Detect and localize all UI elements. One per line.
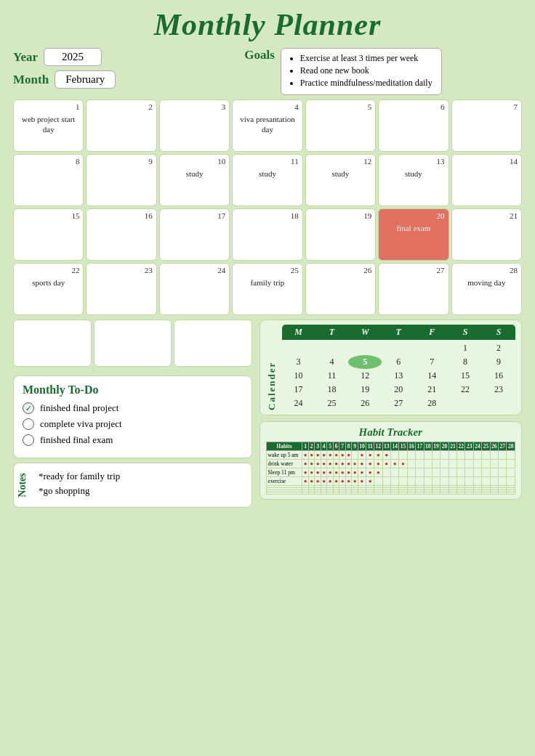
habit-day-cell: ● xyxy=(366,460,374,468)
small-cal-row: 17181920212223 xyxy=(282,383,515,397)
calendar-cell: 19 xyxy=(305,208,376,261)
habit-row: wake up 5 am●●●●●●●●●●●● xyxy=(266,451,515,460)
habit-day-cell: ● xyxy=(339,451,346,460)
note-item: *go shopping xyxy=(39,485,243,497)
day-number: 21 xyxy=(456,211,518,220)
habit-day-cell xyxy=(424,492,432,495)
habit-day-cell: ● xyxy=(302,477,309,486)
small-cal-day xyxy=(348,341,382,355)
habit-day-cell xyxy=(507,468,515,477)
habit-header-cell: 16 xyxy=(407,442,415,451)
small-cal-header-cell: F xyxy=(415,325,448,340)
habit-day-cell xyxy=(432,451,440,460)
habit-day-cell: ● xyxy=(366,451,374,460)
calendar-cell: 4viva presantation day xyxy=(232,99,302,152)
habit-day-cell: ● xyxy=(315,477,321,486)
habit-row: drink water●●●●●●●●●●●●●●● xyxy=(266,460,515,468)
habit-day-cell xyxy=(490,492,498,495)
habit-day-cell xyxy=(432,477,440,486)
calendar-cell: 10study xyxy=(159,154,230,206)
calendar-event: study xyxy=(164,168,225,179)
small-cal-day: 27 xyxy=(382,397,415,410)
todo-item: complete viva project xyxy=(23,418,243,430)
habit-day-cell xyxy=(441,492,448,495)
habit-header-cell: 20 xyxy=(441,442,448,451)
calendar-cell: 25family trip xyxy=(232,263,302,315)
small-cal-day xyxy=(282,341,315,355)
calendar-event: sports day xyxy=(17,277,79,288)
habit-day-cell xyxy=(399,492,407,495)
habit-row xyxy=(266,492,515,495)
habit-day-cell xyxy=(315,492,321,495)
habit-day-cell: ● xyxy=(333,468,339,477)
day-number: 23 xyxy=(90,266,152,275)
habit-day-cell: ● xyxy=(302,468,309,477)
small-cal-header-cell: M xyxy=(282,325,315,340)
goal-item: Practice mindfulness/meditation daily xyxy=(300,78,433,89)
habit-name-cell: exercise xyxy=(266,477,302,486)
habit-day-cell xyxy=(416,451,424,460)
left-bottom: Monthly To-Do ✓finished final projectcom… xyxy=(13,320,252,508)
bottom-section: Monthly To-Do ✓finished final projectcom… xyxy=(13,320,522,508)
habit-day-cell xyxy=(448,477,456,486)
day-number: 27 xyxy=(382,266,444,275)
habit-day-cell xyxy=(407,492,415,495)
habit-day-cell: ● xyxy=(352,477,358,486)
habit-row: Sleep 11 pm●●●●●●●●●●●● xyxy=(266,468,515,477)
calendar-cell: 7 xyxy=(451,99,522,152)
calendar-event: study xyxy=(310,168,371,179)
small-cal-day: 28 xyxy=(415,397,448,410)
habit-day-cell xyxy=(457,460,465,468)
habit-day-cell xyxy=(352,451,358,460)
habit-day-cell: ● xyxy=(327,468,334,477)
small-cal-day: 6 xyxy=(382,355,415,369)
habit-day-cell xyxy=(432,468,440,477)
notes-content: *ready for family trip*go shopping xyxy=(39,471,243,497)
habit-day-cell xyxy=(302,492,309,495)
calendar-cell: 3 xyxy=(159,99,230,152)
habit-day-cell xyxy=(390,451,398,460)
habit-day-cell: ● xyxy=(302,460,309,468)
day-number: 8 xyxy=(17,157,79,166)
notes-section: Notes *ready for family trip*go shopping xyxy=(13,463,252,508)
todo-checkbox[interactable] xyxy=(23,434,34,446)
habit-day-cell xyxy=(507,460,515,468)
habit-day-cell xyxy=(499,468,507,477)
todo-checkbox[interactable] xyxy=(23,418,34,430)
habit-day-cell: ● xyxy=(302,451,309,460)
habit-day-cell: ● xyxy=(321,468,327,477)
todo-checkbox[interactable]: ✓ xyxy=(23,402,34,414)
small-cal-day xyxy=(382,341,415,355)
calendar-cell: 20final exam xyxy=(378,208,448,261)
small-cal-day: 25 xyxy=(315,397,348,410)
calendar-cell: 18 xyxy=(232,208,302,261)
habit-day-cell: ● xyxy=(374,468,382,477)
small-cal-day: 18 xyxy=(315,383,348,397)
habit-day-cell xyxy=(448,460,456,468)
small-cal-row: 10111213141516 xyxy=(282,369,515,383)
small-cal-day: 11 xyxy=(315,369,348,383)
habit-day-cell xyxy=(457,492,465,495)
habit-day-cell xyxy=(308,492,315,495)
day-number: 5 xyxy=(310,102,371,111)
small-cal-day: 2 xyxy=(482,341,515,355)
habit-day-cell xyxy=(457,477,465,486)
habit-day-cell xyxy=(432,492,440,495)
small-cal-day: 12 xyxy=(348,369,382,383)
habit-day-cell xyxy=(424,468,432,477)
todo-label: complete viva project xyxy=(40,418,122,430)
calendar-cell: 11study xyxy=(232,154,302,206)
habit-day-cell xyxy=(507,492,515,495)
habit-day-cell xyxy=(473,477,481,486)
habit-day-cell xyxy=(507,477,515,486)
small-cal-day: 1 xyxy=(448,341,482,355)
small-cal-day xyxy=(448,397,482,410)
small-cal-day: 17 xyxy=(282,383,315,397)
small-cal-day: 23 xyxy=(482,383,515,397)
habit-day-cell: ● xyxy=(315,451,321,460)
habit-day-cell: ● xyxy=(339,460,346,468)
habit-day-cell xyxy=(358,492,366,495)
habit-day-cell xyxy=(366,492,374,495)
habit-day-cell xyxy=(465,468,473,477)
habit-day-cell xyxy=(473,492,481,495)
